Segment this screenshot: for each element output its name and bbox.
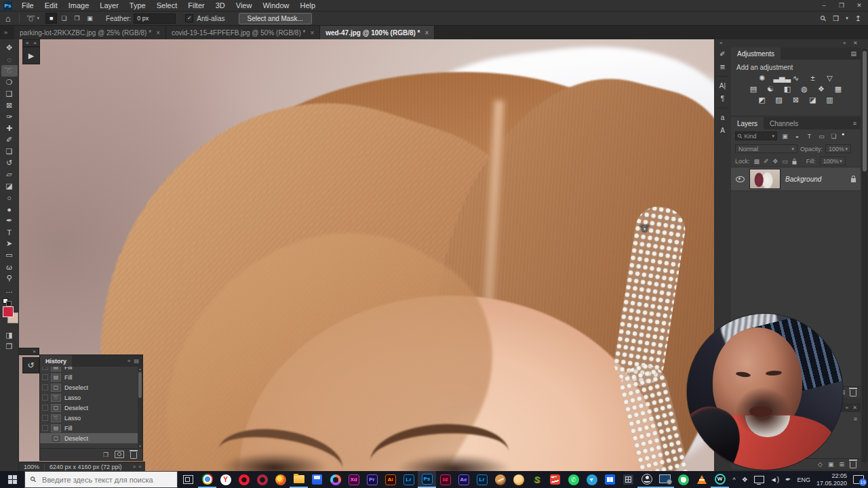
character-panel-icon[interactable]: A| [714,79,731,92]
history-source-checkbox[interactable] [42,415,48,421]
menu-type[interactable]: Type [124,0,151,12]
taskbar-premiere-pro[interactable]: Pr [363,471,381,488]
lock-pixels-icon[interactable]: ✐ [764,158,769,165]
screen-mode-icon[interactable]: ❐ [1,341,18,352]
history-item[interactable]: ▢ Deselect [40,382,142,392]
threshold-icon[interactable]: ⊠ [791,94,802,105]
taskbar-davinci-resolve[interactable] [326,471,344,488]
anti-alias-checkbox[interactable]: ✓ [185,14,193,22]
photo-filter-icon[interactable]: ◍ [799,83,810,94]
black-white-icon[interactable]: ◧ [782,83,793,94]
close-icon[interactable]: ✕ [852,405,857,411]
history-item-selected[interactable]: ▢ Deselect [40,433,142,443]
new-snapshot-icon[interactable] [115,451,124,458]
blur-tool[interactable]: ○ [1,192,18,203]
lock-transparency-icon[interactable]: ▩ [754,158,760,165]
fill-select[interactable]: 100% ▾ [820,157,846,165]
history-source-checkbox[interactable] [42,367,48,370]
status-next-icon[interactable]: > [133,464,136,470]
move-tool[interactable]: ✥ [1,42,18,54]
taskbar-firefox[interactable] [271,471,290,488]
taskbar-paint-app[interactable] [491,471,509,488]
tab-close-icon[interactable]: × [310,29,314,37]
panel-menu-icon[interactable]: ≡ [853,120,856,127]
path-selection-tool[interactable]: ➤ [1,238,18,249]
close-button[interactable]: ✕ [850,0,868,11]
filter-adjustment-layers-icon[interactable]: ◒ [793,133,802,140]
hidden-icons-chevron[interactable]: ^ [733,476,736,483]
taskbar-file-explorer[interactable] [290,471,308,488]
taskbar-indesign[interactable]: Id [436,471,454,488]
delete-icon[interactable] [850,462,856,468]
taskbar-adobe-xd[interactable]: Xd [344,471,363,488]
filter-smart-objects-icon[interactable]: ❏ [829,133,838,140]
taskbar-system-app[interactable] [656,471,674,488]
delete-state-icon[interactable] [130,452,137,459]
marquee-tool[interactable]: ◌ [1,54,18,65]
background-layer-row[interactable]: Background [731,167,861,191]
delete-layer-icon[interactable] [850,390,856,396]
lock-artboard-icon[interactable]: ▭ [782,158,788,165]
ink-workspace-icon[interactable]: ✒ [785,476,791,483]
taskbar-evernote[interactable] [674,471,692,488]
lock-position-icon[interactable]: ✥ [773,158,778,165]
panel-close-icon[interactable]: × [33,348,36,354]
scroll-down-icon[interactable]: ▾ [139,444,141,448]
history-scrollbar[interactable]: ▴ ▾ [138,367,142,448]
taskbar-after-effects[interactable]: Ae [454,471,473,488]
workspace-icon[interactable]: ❒ [833,15,839,22]
start-button[interactable] [0,471,24,488]
paragraph-panel-icon[interactable]: ¶ [714,92,731,105]
adjustments-panel-tab[interactable]: Adjustments [731,47,781,60]
clone-stamp-tool[interactable]: ❏ [1,146,18,157]
home-icon[interactable]: ⌂ [5,14,11,24]
zoom-level[interactable]: 100% [19,464,44,470]
taskbar-vlc[interactable] [692,471,711,488]
history-item[interactable]: ➰ Lasso [40,392,142,403]
tab-close-icon[interactable]: × [156,29,160,37]
crop-tool[interactable]: ❑ [1,88,18,100]
scroll-up-icon[interactable]: ▴ [139,367,141,371]
notification-center-icon[interactable]: 19 [853,475,864,484]
posterize-icon[interactable]: ▨ [774,94,785,105]
foreground-color-swatch[interactable] [3,306,14,317]
taskbar-save-app[interactable] [308,471,326,488]
tab-wed-47-active[interactable]: wed-47.jpg @ 100% (RGB/8) * × [320,26,435,39]
taskbar-opera[interactable] [235,471,253,488]
gradient-map-icon[interactable]: ▥ [825,94,835,105]
collapse-icon[interactable]: « [846,405,848,411]
channel-mixer-icon[interactable]: ❖ [816,83,827,94]
taskbar-lightroom-classic[interactable]: Lr [473,471,491,488]
chevron-down-icon[interactable]: ▾ [37,16,40,21]
history-source-checkbox[interactable] [42,384,48,390]
taskbar-s-app[interactable]: S [528,471,546,488]
menu-layer[interactable]: Layer [94,0,124,12]
gradient-tool[interactable]: ◪ [1,180,18,192]
color-balance-icon[interactable]: ☯ [765,83,776,94]
brush-settings-icon[interactable]: ✐ [714,47,731,60]
dropbox-icon[interactable]: ❖ [742,476,748,483]
taskbar-illustrator[interactable]: Ai [381,471,399,488]
taskbar-whatsapp[interactable]: ✆ [564,471,583,488]
invert-icon[interactable]: ◩ [757,94,768,105]
tab-channels[interactable]: Channels [764,117,804,129]
share-icon[interactable]: ↥ [855,14,861,23]
exposure-icon[interactable]: ± [808,73,818,83]
panel-menu-icon[interactable]: ≡ [854,415,857,422]
intersect-selection-mode-button[interactable]: ▣ [84,13,96,24]
pen-tool[interactable]: ✒ [1,215,18,226]
taskbar-lightroom[interactable]: Lr [399,471,418,488]
menu-filter[interactable]: Filter [182,0,210,12]
history-icon[interactable]: ↺ [27,361,34,370]
zoom-tool[interactable]: ⚲ [1,272,18,284]
language-indicator[interactable]: ENG [797,476,810,483]
scrollbar-thumb[interactable] [863,51,867,171]
tab-parking-lot[interactable]: parking-lot-2RKXZBC.jpg @ 25% (RGB/8) * … [14,26,166,39]
taskbar-todo-app[interactable] [546,471,564,488]
minimize-button[interactable]: – [815,0,833,11]
network-display-icon[interactable] [754,476,764,483]
filter-type-layers-icon[interactable]: T [805,133,814,140]
opacity-select[interactable]: 100% ▾ [825,144,851,153]
panel-menu-icon[interactable]: ▤ [134,358,139,364]
menu-image[interactable]: Image [63,0,95,12]
